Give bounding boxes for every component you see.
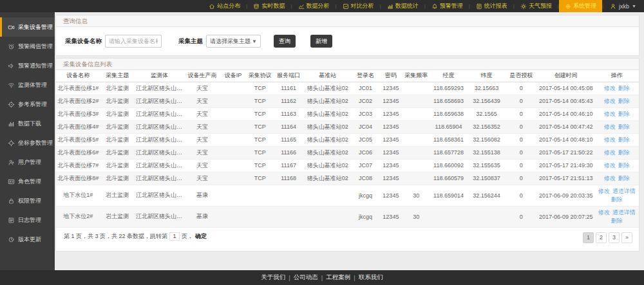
sidebar-item-label: 坐标参数管理 [18,139,53,147]
table-cell: 江北新区猪头山滑... [135,95,184,107]
action-link[interactable]: 修改 [604,162,616,169]
footer-divider: | [289,274,290,281]
action-link[interactable]: 修改 [604,98,616,104]
table-panel-title: 采集设备信息列表 [63,60,112,68]
doc-chart-icon [343,3,349,10]
action-link[interactable]: 删除 [618,136,630,143]
nav-item-label: 站点分布 [217,2,240,10]
nav-item-5[interactable]: 数据统计 [381,0,424,12]
sidebar-item-7[interactable]: 坐标参数管理 [0,133,55,152]
sidebar-item-11[interactable]: 日志管理 [0,210,55,230]
footer-link-4[interactable]: 联系我们 [359,273,383,282]
table-cell [220,146,245,159]
nav-item-9[interactable]: 系统管理 [559,0,602,12]
next-page-button[interactable]: » [621,232,632,243]
sidebar-item-12[interactable]: 版本更新 [0,230,55,249]
table-cell [220,206,245,227]
footer-link-1[interactable]: 关于我们 [261,273,285,282]
table-cell: 北斗监测 [100,159,135,172]
action-link[interactable]: 删除 [618,149,630,156]
search-button[interactable]: 查询 [274,35,296,48]
table-cell [220,133,245,146]
sidebar-item-6[interactable]: 数据下载 [0,114,55,133]
bell-icon [431,3,438,10]
table-cell: TCP [246,95,274,107]
action-link[interactable]: 删除 [618,124,630,130]
action-link[interactable]: 修改 [598,209,610,216]
nav-item-label: 数据统计 [395,2,419,10]
sidebar-item-5[interactable]: 参考系管理 [0,95,55,114]
page-button-3[interactable]: 3 [609,232,620,243]
nav-item-8[interactable]: 天气预报 [515,0,558,12]
row-actions: 修改删除 [595,159,639,172]
table-cell: 江北新区猪头山滑... [135,107,184,120]
bar-chart-icon [387,3,393,10]
row-actions: 修改删除 [595,82,639,95]
nav-item-4[interactable]: 对比分析 [337,0,380,12]
footer-link-3[interactable]: 工程案例 [326,273,350,282]
sidebar-item-9[interactable]: 角色管理 [0,172,55,191]
action-link[interactable]: 删除 [618,162,630,169]
report-icon [476,3,482,10]
footer-link-2[interactable]: 公司动态 [294,273,318,282]
action-link[interactable]: 修改 [604,85,616,91]
sidebar-item-2[interactable]: 预警阈值管理 [0,37,55,56]
action-link[interactable]: 删除 [618,111,630,117]
sidebar-item-8[interactable]: 用户管理 [0,152,55,172]
device-table-panel: 采集设备信息列表 设备名称采集主题监测体设备生产商设备IP采集协议服务端口基准站… [55,58,639,252]
action-link[interactable]: 通道详情 [612,209,636,216]
table-cell: 32.150837 [468,172,505,185]
column-header: 创建时间 [537,70,595,82]
nav-item-label: 天气预报 [529,2,552,10]
row-actions: 修改通道详情删除 [595,185,639,206]
action-link[interactable]: 删除 [618,98,630,104]
table-cell: TCP [246,146,274,159]
action-link[interactable]: 删除 [611,217,623,224]
topic-select[interactable]: 请选择采集主题 ▼ [206,35,261,48]
nav-item-6[interactable]: 预警管理 [426,0,469,12]
table-cell [220,185,245,206]
table-cell [403,159,430,172]
action-link[interactable]: 修改 [604,124,616,130]
sidebar-item-10[interactable]: 权限管理 [0,191,55,210]
action-link[interactable]: 修改 [604,136,616,143]
user-menu[interactable]: jxkb ▼ [603,0,644,12]
sidebar-item-1[interactable]: 采集设备管理 [0,17,55,37]
database-icon [253,3,260,10]
confirm-jump-button[interactable]: 确定 [195,232,207,241]
query-panel-title: 查询信息 [63,17,88,24]
action-link[interactable]: 修改 [604,149,616,156]
table-cell: 32.156244 [468,185,505,206]
action-link[interactable]: 删除 [618,85,630,91]
action-link[interactable]: 删除 [611,196,623,203]
nav-item-2[interactable]: 实时数据 [247,0,290,12]
table-row: 北斗表面位移6#北斗监测江北新区猪头山滑...天宝TCP11166猪头山基准站0… [56,146,639,159]
action-link[interactable]: 通道详情 [612,188,636,194]
action-link[interactable]: 修改 [604,111,616,117]
page-button-1[interactable]: 1 [583,232,594,243]
main-content: 查询信息 采集设备名称 采集主题 请选择采集主题 ▼ 查询 新增 采集设备信息列… [55,12,644,270]
table-cell: 118.659638 [430,107,468,120]
table-cell: 2017-05-14 00:45:43 [537,95,595,107]
table-cell: 天宝 [184,120,220,133]
sidebar-item-3[interactable]: 预警通知管理 [0,56,55,75]
page-button-2[interactable]: 2 [596,232,607,243]
footer-divider: | [321,274,323,281]
sidebar-item-4[interactable]: 监测体管理 [0,75,55,95]
action-link[interactable]: 修改 [598,188,610,194]
pagination-text: 第 1 页，共 3 页，共 22 条数据，跳转第 [64,232,167,241]
table-cell: 基康 [184,185,220,206]
table-cell: 32.155635 [468,159,505,172]
jump-page-input[interactable] [169,232,180,241]
action-link[interactable]: 修改 [604,175,616,181]
table-cell [403,133,430,146]
device-name-input[interactable] [105,35,162,48]
table-cell: 天宝 [184,159,220,172]
nav-item-7[interactable]: 统计报表 [470,0,513,12]
add-button[interactable]: 新增 [310,35,332,48]
nav-item-3[interactable]: 数据分析 [292,0,336,12]
lock-icon [8,198,15,205]
action-link[interactable]: 删除 [618,175,630,181]
table-cell: JC03 [352,107,379,120]
nav-item-1[interactable]: 站点分布 [203,0,246,12]
